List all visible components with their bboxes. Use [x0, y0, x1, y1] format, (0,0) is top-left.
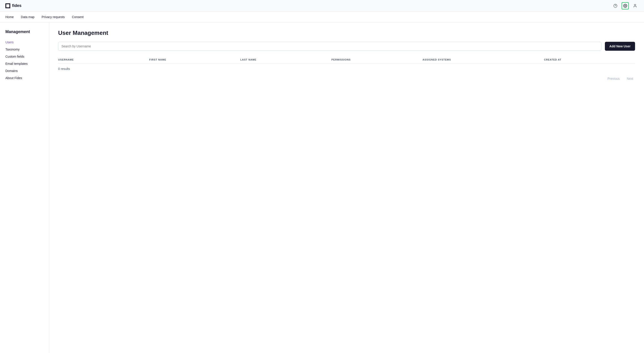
- logo-text: fides: [12, 3, 22, 8]
- col-username: USERNAME: [58, 58, 149, 61]
- results-count: 0 results: [58, 63, 635, 74]
- sidebar-item-domains[interactable]: Domains: [5, 67, 44, 74]
- col-created-at: CREATED AT: [544, 58, 635, 61]
- nav-bar: Home Data map Privacy requests Consent: [0, 12, 644, 22]
- help-icon[interactable]: [612, 2, 619, 9]
- svg-point-4: [634, 4, 636, 5]
- table-container: USERNAME FIRST NAME LAST NAME PERMISSION…: [58, 56, 635, 81]
- previous-button[interactable]: Previous: [606, 76, 622, 81]
- nav-item-datamap[interactable]: Data map: [21, 12, 34, 22]
- settings-icon[interactable]: [622, 2, 629, 9]
- top-bar: fides: [0, 0, 644, 12]
- search-input[interactable]: [58, 42, 601, 51]
- add-new-user-button[interactable]: Add New User: [605, 42, 635, 51]
- main-layout: Management Users Taxonomy Custom fields …: [0, 22, 644, 353]
- sidebar-item-taxonomy[interactable]: Taxonomy: [5, 46, 44, 53]
- sidebar: Management Users Taxonomy Custom fields …: [0, 22, 49, 353]
- page-title: User Management: [58, 29, 635, 36]
- svg-rect-0: [6, 4, 10, 7]
- table-header: USERNAME FIRST NAME LAST NAME PERMISSION…: [58, 56, 635, 63]
- svg-point-3: [625, 5, 626, 6]
- sidebar-item-about-fides[interactable]: About Fides: [5, 74, 44, 81]
- col-permissions: PERMISSIONS: [332, 58, 422, 61]
- col-assigned-systems: ASSIGNED SYSTEMS: [422, 58, 544, 61]
- nav-item-consent[interactable]: Consent: [72, 12, 84, 22]
- search-action-row: Add New User: [58, 42, 635, 51]
- next-button[interactable]: Next: [625, 76, 635, 81]
- nav-item-home[interactable]: Home: [5, 12, 14, 22]
- top-bar-icons: [612, 2, 639, 9]
- sidebar-item-users[interactable]: Users: [5, 39, 44, 46]
- col-lastname: LAST NAME: [240, 58, 332, 61]
- sidebar-item-email-templates[interactable]: Email templates: [5, 60, 44, 67]
- nav-item-privacy-requests[interactable]: Privacy requests: [42, 12, 64, 22]
- user-icon[interactable]: [632, 2, 639, 9]
- col-firstname: FIRST NAME: [149, 58, 240, 61]
- sidebar-item-custom-fields[interactable]: Custom fields: [5, 53, 44, 60]
- pagination-row: Previous Next: [58, 74, 635, 81]
- sidebar-title: Management: [5, 29, 44, 34]
- logo-area: fides: [5, 3, 22, 8]
- logo-icon: [5, 3, 10, 8]
- content-area: User Management Add New User USERNAME FI…: [49, 22, 644, 353]
